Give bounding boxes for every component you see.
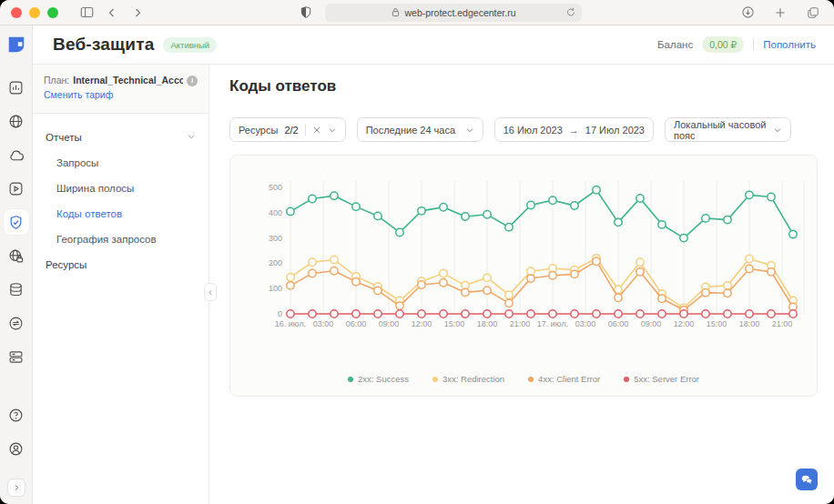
period-dropdown[interactable]: Последние 24 часа <box>357 117 483 142</box>
balance-value-badge: 0,00 ₽ <box>702 36 744 53</box>
tab-overview-icon[interactable] <box>803 3 823 23</box>
arrow-right-icon: → <box>569 125 579 136</box>
chart-legend: 2xx: Success3xx: Redirection4xx: Client … <box>230 374 817 384</box>
timezone-dropdown[interactable]: Локальный часовой пояс <box>665 117 791 142</box>
svg-text:21:00: 21:00 <box>510 319 531 328</box>
support-chat-button[interactable] <box>796 469 818 490</box>
browser-window: web-protect.edgecenter.ru <box>0 0 834 504</box>
legend-dot-icon <box>528 377 534 382</box>
forward-icon[interactable] <box>127 3 147 23</box>
rail-hosting-icon[interactable] <box>4 344 29 369</box>
rail-streaming-icon[interactable] <box>4 176 29 201</box>
sidebar-item-request-geography[interactable]: География запросов <box>33 227 208 252</box>
rail-help-icon[interactable] <box>4 402 29 428</box>
svg-text:15:00: 15:00 <box>444 319 465 328</box>
svg-text:12:00: 12:00 <box>674 319 695 328</box>
close-window-button[interactable] <box>11 7 22 18</box>
chevron-down-icon <box>465 126 474 135</box>
svg-text:400: 400 <box>269 208 282 217</box>
sidebar-item-response-codes[interactable]: Коды ответов <box>33 201 208 227</box>
legend-dot-icon <box>348 377 353 382</box>
app-right-column: Веб-защита Активный Баланс 0,00 ₽ Пополн… <box>33 25 834 504</box>
legend-dot-icon <box>624 377 629 382</box>
clear-filter-icon[interactable] <box>312 126 321 135</box>
change-plan-link[interactable]: Сменить тариф <box>44 89 113 100</box>
legend-item[interactable]: 5xx: Server Error <box>624 374 699 384</box>
service-rail <box>0 25 33 504</box>
rail-dns-globe-lock-icon[interactable] <box>4 243 29 268</box>
app-frame: Веб-защита Активный Баланс 0,00 ₽ Пополн… <box>0 25 834 504</box>
new-tab-icon[interactable] <box>770 3 790 23</box>
page-title: Веб-защита <box>53 35 154 55</box>
response-codes-line-chart[interactable]: 16. июл.03:0006:0009:0012:0015:0018:0021… <box>230 156 817 338</box>
sidebar-toggle-icon[interactable] <box>76 3 97 23</box>
sidebar-item-bandwidth[interactable]: Ширина полосы <box>33 176 208 201</box>
sidebar-collapse-button[interactable] <box>204 283 217 301</box>
plan-value: Internal_Technical_Acco... <box>73 74 183 88</box>
svg-text:200: 200 <box>269 258 282 267</box>
sidebar-section-resources[interactable]: Ресурсы <box>33 252 208 277</box>
reload-icon[interactable] <box>565 6 576 20</box>
svg-text:18:00: 18:00 <box>477 319 498 328</box>
sidebar-nav: Отчеты Запросы Ширина полосы Коды ответо… <box>33 114 208 288</box>
rail-account-icon[interactable] <box>4 436 29 461</box>
rail-cloud-icon[interactable] <box>4 142 29 167</box>
fullscreen-window-button[interactable] <box>47 7 58 18</box>
header-divider <box>753 38 754 51</box>
rail-web-protection-icon[interactable] <box>4 209 29 235</box>
downloads-icon[interactable] <box>737 3 758 23</box>
rail-cdn-globe-icon[interactable] <box>4 108 29 134</box>
rail-statistics-icon[interactable] <box>4 75 29 100</box>
svg-text:12:00: 12:00 <box>412 319 432 328</box>
resources-section-label: Ресурсы <box>46 259 86 270</box>
plan-info-icon[interactable]: i <box>187 76 198 86</box>
sidebar-section-reports[interactable]: Отчеты <box>33 125 208 150</box>
resources-filter-count: 2/2 <box>284 125 298 136</box>
app-header: Веб-защита Активный Баланс 0,00 ₽ Пополн… <box>33 25 834 65</box>
legend-label: 4xx: Client Error <box>538 374 600 384</box>
status-badge: Активный <box>163 37 217 53</box>
svg-text:06:00: 06:00 <box>346 319 367 328</box>
period-label: Последние 24 часа <box>366 125 455 136</box>
privacy-shield-icon[interactable] <box>296 3 316 23</box>
back-icon[interactable] <box>102 3 122 23</box>
browser-toolbar: web-protect.edgecenter.ru <box>0 0 834 25</box>
plan-label: План: <box>44 74 69 88</box>
sidebar-item-requests[interactable]: Запросы <box>33 150 208 176</box>
legend-item[interactable]: 2xx: Success <box>348 374 409 384</box>
date-from: 16 Июл 2023 <box>503 125 563 136</box>
legend-label: 3xx: Redirection <box>442 374 504 384</box>
address-bar[interactable]: web-protect.edgecenter.ru <box>325 4 582 22</box>
main-title: Коды ответов <box>229 77 818 96</box>
topup-link[interactable]: Пополнить <box>763 39 816 50</box>
svg-text:100: 100 <box>269 284 282 293</box>
main-area: Коды ответов Ресурсы 2/2 <box>209 65 834 504</box>
rail-database-icon[interactable] <box>4 277 29 302</box>
legend-item[interactable]: 3xx: Redirection <box>432 374 504 384</box>
svg-text:03:00: 03:00 <box>313 319 334 328</box>
legend-label: 2xx: Success <box>358 374 409 384</box>
header-right: Баланс 0,00 ₽ Пополнить <box>657 36 816 53</box>
svg-text:15:00: 15:00 <box>707 319 727 328</box>
toolbar-right <box>737 3 823 23</box>
date-to: 17 Июл 2023 <box>585 125 645 136</box>
svg-text:09:00: 09:00 <box>641 319 662 328</box>
svg-text:500: 500 <box>269 183 282 192</box>
chat-bubbles-icon <box>800 474 813 485</box>
svg-text:16. июл.: 16. июл. <box>275 319 306 328</box>
response-codes-chart-card: 16. июл.03:0006:0009:0012:0015:0018:0021… <box>229 155 818 397</box>
svg-text:18:00: 18:00 <box>739 319 760 328</box>
legend-item[interactable]: 4xx: Client Error <box>528 374 600 384</box>
minimize-window-button[interactable] <box>29 7 40 18</box>
svg-text:0: 0 <box>278 309 282 318</box>
resources-filter-dropdown[interactable]: Ресурсы 2/2 <box>229 117 346 142</box>
plan-block: План: Internal_Technical_Acco... i Смени… <box>33 65 208 114</box>
reports-section-label: Отчеты <box>46 132 82 143</box>
svg-text:300: 300 <box>269 234 282 243</box>
traffic-lights <box>11 7 58 18</box>
expand-rail-button[interactable] <box>7 479 25 497</box>
rail-load-balancer-icon[interactable] <box>4 310 29 336</box>
date-range-picker[interactable]: 16 Июл 2023 → 17 Июл 2023 <box>494 117 654 142</box>
svg-text:21:00: 21:00 <box>772 319 793 328</box>
chevron-down-icon <box>773 126 782 135</box>
